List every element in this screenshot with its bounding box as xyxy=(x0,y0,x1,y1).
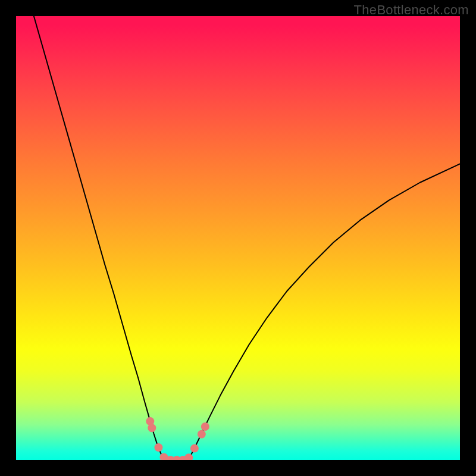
bottleneck-curve xyxy=(34,16,460,460)
marker-dot xyxy=(201,422,209,431)
marker-dot xyxy=(198,430,206,439)
marker-dot xyxy=(154,443,162,452)
chart-frame: TheBottleneck.com xyxy=(0,0,476,476)
marker-dot xyxy=(190,444,199,453)
watermark-text: TheBottleneck.com xyxy=(354,2,469,18)
plot-area xyxy=(16,16,460,460)
curve-right-curve xyxy=(188,164,460,460)
plot-svg xyxy=(16,16,460,460)
marker-dot xyxy=(148,424,156,432)
curve-left-curve xyxy=(34,16,164,460)
